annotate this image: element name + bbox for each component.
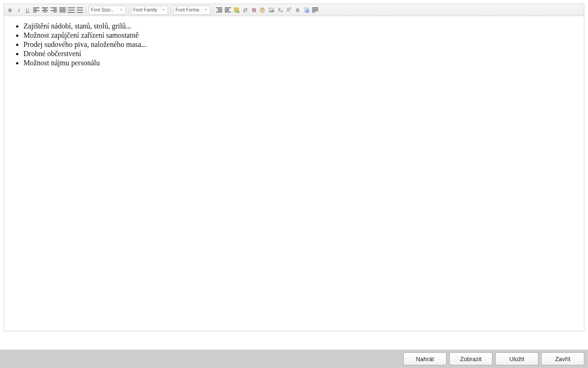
list-item[interactable]: Možnost zapůjčení zařízení samostatně [23,31,576,40]
align-center-icon [42,7,48,13]
toolbar-separator [86,6,86,14]
image-icon [268,7,275,13]
content-list: Zajištění nádobí, stanů, stolů, grilů...… [17,22,576,68]
svg-text:W: W [306,9,308,12]
font-size-dropdown[interactable]: Font Size... ▼ [89,6,126,15]
list-item[interactable]: Drobné občerstvení [23,49,576,58]
editor-toolbar: B I U 1 2 3 [4,4,584,16]
chevron-down-icon: ▼ [160,7,167,13]
subscript-button[interactable]: X 2 [276,6,284,14]
remove-format-button[interactable] [311,6,319,14]
paste-word-icon: W [303,7,310,13]
font-format-label: Font Forma [175,7,201,12]
align-justify-icon [59,7,66,13]
list-item[interactable]: Možnost nájmu personálu [23,58,576,68]
font-format-dropdown[interactable]: Font Forma ▼ [173,6,210,15]
align-left-button[interactable] [32,6,40,14]
ordered-list-icon: 1 2 3 [68,7,74,13]
toolbar-separator [128,6,129,14]
save-button[interactable]: Uložit [495,352,538,365]
outdent-icon [216,7,222,13]
svg-point-7 [270,9,271,10]
svg-point-3 [262,8,263,9]
align-center-button[interactable] [41,6,49,14]
font-family-label: Font Family [133,7,159,12]
insert-image-button[interactable] [267,6,276,14]
editor-content-area[interactable]: Zajištění nádobí, stanů, stolů, grilů...… [4,16,584,331]
footer-bar: Nahrát Zobrazit Uložit Zavřít [0,350,588,368]
editor-container: B I U 1 2 3 [4,4,584,331]
outdent-button[interactable] [215,6,223,14]
indent-button[interactable] [224,6,232,14]
list-item[interactable]: Prodej sudového piva, naloženého masa... [23,40,576,49]
indent-icon [225,7,231,13]
svg-point-2 [261,9,262,10]
svg-point-5 [261,10,262,11]
toolbar-separator [170,6,171,14]
toolbar-separator [213,6,213,14]
chevron-down-icon: ▼ [118,7,124,13]
list-item[interactable]: Zajištění nádobí, stanů, stolů, grilů... [23,22,576,31]
align-right-button[interactable] [50,6,58,14]
insert-link-button[interactable] [241,6,249,14]
paste-word-button[interactable]: W [302,6,311,14]
note-icon [233,7,240,13]
underline-button[interactable]: U [23,6,32,14]
align-right-icon [51,7,57,13]
align-justify-button[interactable] [58,6,67,14]
remove-format-icon [312,7,318,13]
upload-button[interactable]: Nahrát [403,352,447,365]
strikethrough-button[interactable]: S [294,6,302,14]
font-family-dropdown[interactable]: Font Family ▼ [131,6,168,15]
palette-icon [260,7,266,13]
unlink-button[interactable] [250,6,258,14]
insert-note-button[interactable] [232,6,241,14]
unlink-icon [251,7,257,13]
show-button[interactable]: Zobrazit [449,352,492,365]
svg-point-4 [264,9,265,10]
align-left-icon [33,7,40,13]
chevron-down-icon: ▼ [202,7,209,13]
link-icon [242,7,249,13]
italic-button[interactable]: I [15,6,23,14]
subscript-icon: X [278,7,281,12]
superscript-button[interactable]: X 2 [285,6,293,14]
superscript-icon: X [287,7,290,12]
bold-button[interactable]: B [6,6,14,14]
font-size-label: Font Size... [91,7,117,12]
unordered-list-icon: • • • [77,7,83,13]
close-button[interactable]: Zavřít [541,352,584,365]
color-picker-button[interactable] [259,6,267,14]
unordered-list-button[interactable]: • • • [76,6,84,14]
